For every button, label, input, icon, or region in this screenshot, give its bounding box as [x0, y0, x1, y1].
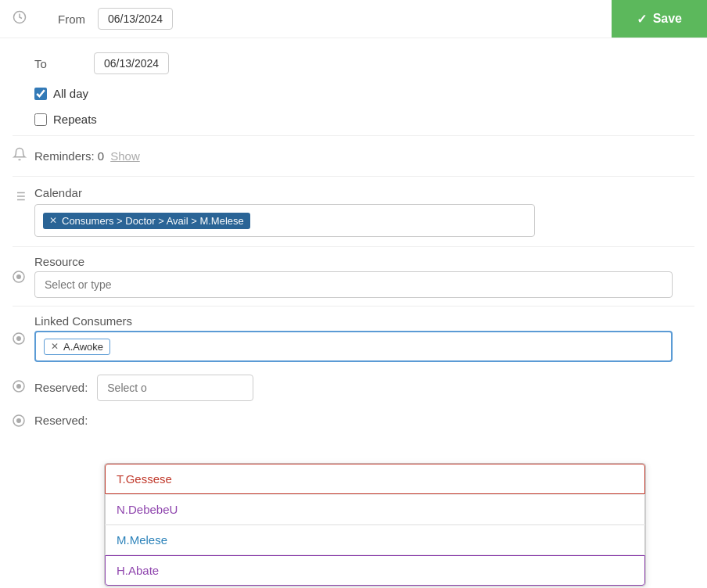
show-link[interactable]: Show: [110, 149, 140, 163]
save-button[interactable]: ✓ Save: [612, 0, 707, 38]
divider-1: [13, 135, 694, 136]
top-bar: From 06/13/2024 ✓ Save: [0, 0, 707, 38]
reserved2-row: Reserved:: [13, 409, 694, 432]
dropdown-item-2[interactable]: N.DebebeU: [105, 494, 645, 525]
save-label: Save: [653, 12, 682, 26]
svg-point-10: [16, 336, 21, 341]
reserved1-radio-icon: [13, 380, 34, 393]
reserved2-label: Reserved:: [34, 414, 88, 427]
repeats-row: Repeats: [34, 106, 694, 132]
resource-content: Resource: [34, 255, 694, 298]
svg-point-12: [16, 384, 21, 389]
allday-checkbox[interactable]: [34, 88, 47, 100]
calendar-row: Calendar ✕ Consumers > Doctor > Avail > …: [13, 180, 694, 243]
to-label: To: [34, 57, 81, 70]
linked-radio-icon: [13, 332, 34, 345]
calendar-content: Calendar ✕ Consumers > Doctor > Avail > …: [34, 186, 694, 237]
from-date-input[interactable]: 06/13/2024: [98, 8, 173, 30]
repeats-label: Repeats: [53, 113, 97, 126]
allday-label: All day: [53, 87, 88, 100]
to-date-input[interactable]: 06/13/2024: [94, 52, 169, 74]
to-row: To 06/13/2024: [13, 46, 694, 81]
reserved1-row: Reserved:: [13, 367, 694, 406]
calendar-tag-close[interactable]: ✕: [49, 215, 57, 226]
linked-tag: ✕ A.Awoke: [44, 339, 110, 355]
linked-label: Linked Consumers: [34, 314, 694, 328]
reserved1-input[interactable]: [97, 375, 253, 401]
resource-label: Resource: [34, 255, 694, 268]
divider-4: [13, 306, 694, 307]
calendar-label: Calendar: [34, 186, 694, 199]
bell-icon: [13, 147, 34, 165]
check-icon: ✓: [637, 12, 647, 27]
reminders-row: Reminders: 0 Show: [13, 139, 694, 173]
svg-point-14: [16, 418, 21, 423]
linked-tag-close[interactable]: ✕: [51, 341, 59, 352]
resource-input[interactable]: [34, 271, 673, 298]
calendar-field[interactable]: ✕ Consumers > Doctor > Avail > M.Melese: [34, 204, 535, 237]
linked-content: Linked Consumers ✕ A.Awoke: [34, 314, 694, 362]
form-section: To 06/13/2024 All day Repeats Reminders:…: [0, 38, 707, 439]
calendar-tag-label: Consumers > Doctor > Avail > M.Melese: [62, 215, 244, 227]
allday-row: All day: [34, 81, 694, 106]
divider-3: [13, 246, 694, 247]
from-label: From: [58, 13, 85, 26]
divider-2: [13, 176, 694, 177]
svg-point-8: [16, 274, 21, 279]
reserved1-label: Reserved:: [34, 381, 88, 394]
dropdown-list: T.Gessese N.DebebeU M.Melese H.Abate: [104, 463, 646, 586]
reminders-text: Reminders: 0: [34, 149, 104, 163]
reserved1-content: Reserved:: [34, 371, 694, 401]
dropdown-item-1[interactable]: T.Gessese: [105, 464, 645, 494]
resource-row: Resource: [13, 250, 694, 303]
calendar-tag: ✕ Consumers > Doctor > Avail > M.Melese: [43, 213, 250, 229]
linked-field[interactable]: ✕ A.Awoke: [34, 331, 673, 362]
list-icon: [13, 189, 34, 206]
dropdown-item-3[interactable]: M.Melese: [105, 525, 645, 555]
linked-consumers-row: Linked Consumers ✕ A.Awoke: [13, 310, 694, 367]
linked-tag-label: A.Awoke: [63, 341, 103, 353]
dropdown-item-4[interactable]: H.Abate: [105, 555, 645, 586]
resource-radio-icon: [13, 271, 34, 283]
repeats-checkbox[interactable]: [34, 113, 47, 126]
clock-icon: [13, 10, 34, 27]
reserved2-radio-icon: [13, 414, 34, 427]
